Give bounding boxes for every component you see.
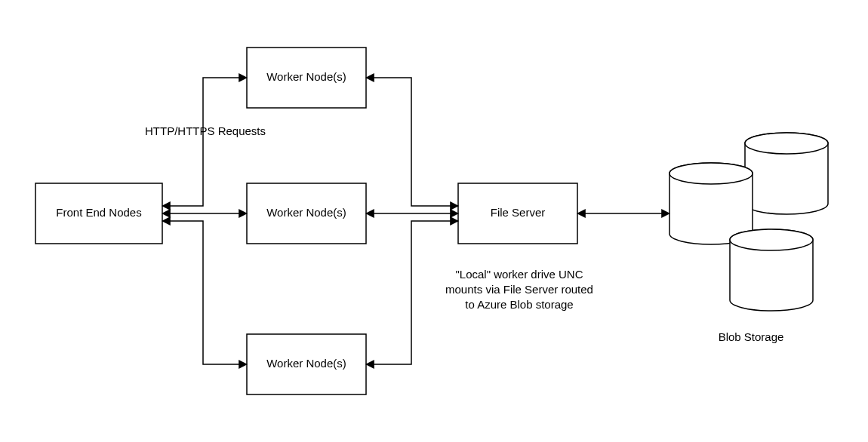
- blob-storage-label: Blob Storage: [719, 330, 784, 343]
- blob-cylinder-back: [745, 133, 828, 214]
- requests-label: HTTP/HTTPS Requests: [145, 124, 266, 137]
- unc-desc-line3: to Azure Blob storage: [465, 298, 573, 311]
- file-server-label: File Server: [491, 206, 546, 219]
- worker-node-top-box: Worker Node(s): [247, 48, 366, 108]
- svg-point-7: [730, 229, 813, 250]
- architecture-diagram: Front End Nodes Worker Node(s) Worker No…: [0, 0, 868, 442]
- worker-node-bot-box: Worker Node(s): [247, 334, 366, 394]
- unc-desc-line2: mounts via File Server routed: [445, 283, 593, 296]
- connector-worker-top-to-fileserver: [366, 78, 458, 206]
- worker-node-top-label: Worker Node(s): [266, 70, 346, 83]
- svg-point-6: [669, 163, 753, 184]
- front-end-nodes-label: Front End Nodes: [56, 206, 141, 219]
- connector-front-to-worker-top: [162, 78, 247, 206]
- connector-front-to-worker-bot: [162, 221, 247, 364]
- worker-node-mid-box: Worker Node(s): [247, 183, 366, 244]
- blob-cylinder-bottom: [730, 229, 813, 311]
- worker-node-bot-label: Worker Node(s): [266, 357, 346, 370]
- unc-desc-line1: "Local" worker drive UNC: [455, 268, 583, 281]
- blob-storage-group: [669, 133, 828, 311]
- blob-cylinder-left: [669, 163, 753, 244]
- connector-worker-bot-to-fileserver: [366, 221, 458, 364]
- front-end-nodes-box: Front End Nodes: [35, 183, 162, 244]
- file-server-box: File Server: [458, 183, 577, 244]
- worker-node-mid-label: Worker Node(s): [266, 206, 346, 219]
- svg-point-5: [745, 133, 828, 154]
